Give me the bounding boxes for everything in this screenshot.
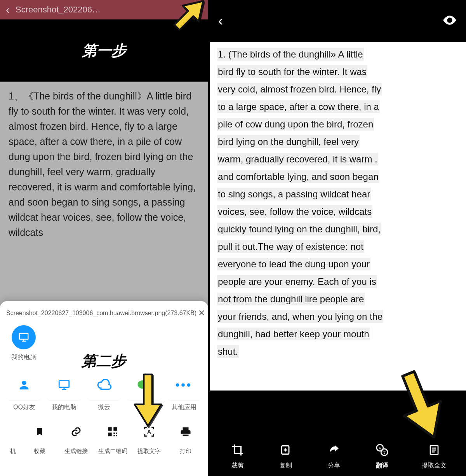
share-icon [325,441,343,459]
link-icon [64,419,89,444]
ocr-line[interactable]: bird lying on the dunghill, feel very [217,136,359,148]
svg-rect-9 [116,433,117,434]
ocr-line[interactable]: everyone to lead the dung upon your [217,258,370,270]
step1-banner: 第一步 [0,19,208,82]
ocr-line[interactable]: not from the dunghill lire people are [217,293,364,305]
svg-text:文: 文 [383,450,386,455]
ocr-line[interactable]: to sing songs, a passing wildcat hear [217,188,370,200]
ocr-line[interactable]: people are your enemy. Each of you is [217,275,377,288]
document-icon [426,441,443,459]
ocr-line[interactable]: shut. [217,345,238,357]
left-screenshot: ‹ Screenshot_202206… + 第一步 1、《The birds … [0,0,210,476]
ocr-line[interactable]: to a large space, after a cow there, in … [217,101,379,113]
svg-rect-11 [116,435,117,436]
ocr-line[interactable]: bird fly to south for the winter. It was [217,66,367,78]
action-favorite[interactable]: 收藏 [23,419,56,455]
ocr-line[interactable]: quickly found lying on the dunghill, bir… [217,223,381,235]
lbl-qq: QQ好友 [6,403,42,412]
copy-icon [277,441,294,459]
svg-point-14 [449,19,451,22]
share-other-apps[interactable]: ••• [166,370,202,400]
tool-translate[interactable]: A文 翻译 [374,441,391,470]
bookmark-icon [27,419,52,444]
ocr-line[interactable]: 1. (The birds of the dunghill» A little [217,48,363,60]
qrcode-icon [100,419,125,444]
tool-crop[interactable]: 裁剪 [229,441,246,470]
translate-icon: A文 [374,441,391,459]
action-extract-text[interactable]: A 提取文字 [133,419,165,455]
lbl-other: 其他应用 [166,403,202,412]
my-pc-label: 我的电脑 [11,352,36,362]
close-icon[interactable]: ✕ [196,307,207,320]
ocr-line[interactable]: warm, gradually recovered, it is warm . [217,153,378,165]
tool-share[interactable]: 分享 [325,441,343,470]
story-text: 1、《The birds of the dunghill》A little bi… [9,91,196,238]
svg-text:A: A [379,446,381,450]
ocr-line[interactable]: your friends, and, when you lying on the [217,310,383,323]
svg-rect-5 [108,427,111,431]
back-icon[interactable]: ‹ [0,3,16,16]
ocr-line[interactable]: and comfortable lying, and soon began [217,171,379,183]
svg-rect-7 [108,433,111,436]
ocr-line[interactable]: very cold, almost frozen bird. Hence, fl… [217,83,381,95]
back-icon[interactable]: ‹ [218,13,223,29]
left-header: ‹ Screenshot_202206… + [0,0,208,19]
svg-text:A: A [147,429,151,435]
ocr-icon: A [137,419,162,444]
svg-point-4 [143,384,150,390]
sheet-filename: Screenshot_20220627_103006_com.huawei.br… [6,309,196,318]
right-screenshot: ‹ 1. (The birds of the dunghill» A littl… [210,0,466,476]
right-toolbar: 裁剪 复制 分享 A文 翻译 提取全文 [210,391,466,476]
eye-icon[interactable] [442,12,457,30]
action-generate-qrcode[interactable]: 生成二维码 [96,419,129,455]
share-my-pc[interactable] [46,370,82,400]
monitor-icon [12,325,36,349]
header-title: Screenshot_202206… [16,5,189,15]
svg-rect-6 [113,427,117,431]
printer-icon [173,419,198,444]
ocr-line[interactable]: dunghill, had better keep your mouth [217,328,370,340]
share-weiyun[interactable] [86,370,122,400]
share-wechat[interactable] [126,370,162,400]
svg-marker-21 [390,367,452,445]
step1-label: 第一步 [82,41,126,61]
row2-truncated-first[interactable]: 机 [6,419,19,455]
ocr-line[interactable]: pull it out.The way of existence: not [217,241,364,253]
action-print[interactable]: 打印 [169,419,202,455]
tool-copy[interactable]: 复制 [277,441,294,470]
ocr-line[interactable]: pile of cow dung upon the bird, frozen [217,118,374,130]
lbl-mypc: 我的电脑 [46,403,82,412]
tool-extract-all[interactable]: 提取全文 [422,441,447,470]
svg-rect-1 [19,333,28,339]
left-body: 1、《The birds of the dunghill》A little bi… [0,82,208,476]
ocr-line[interactable]: voices, see, follow the voice, wildcats [217,206,372,218]
right-header: ‹ [210,0,466,42]
lbl-wechat: 微 [126,403,162,412]
svg-rect-10 [113,435,115,436]
extracted-text[interactable]: 1. (The birds of the dunghill» A littleb… [210,42,466,360]
svg-rect-2 [59,381,69,387]
share-sheet: Screenshot_20220627_103006_com.huawei.br… [0,301,208,476]
action-generate-link[interactable]: 生成链接 [60,419,92,455]
my-pc-target[interactable]: 我的电脑 [6,325,41,362]
add-icon[interactable]: + [189,2,208,17]
crop-icon [229,441,246,459]
share-qq-friend[interactable] [6,370,42,400]
step2-label: 第二步 [82,350,126,373]
svg-rect-8 [113,433,115,434]
arrow-icon [388,367,454,445]
lbl-weiyun: 微云 [86,403,122,412]
